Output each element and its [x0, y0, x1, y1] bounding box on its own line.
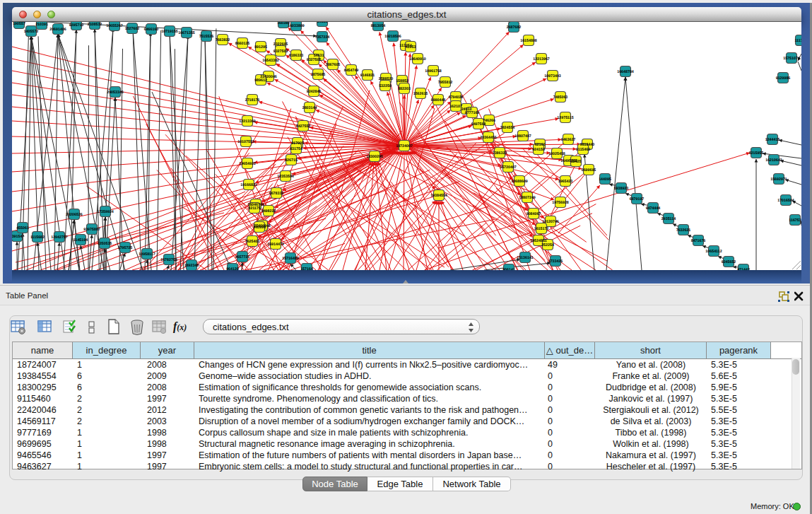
svg-text:7357224: 7357224 [315, 35, 330, 40]
svg-text:9327505: 9327505 [307, 58, 322, 62]
svg-text:18724007: 18724007 [396, 144, 413, 148]
svg-text:62160: 62160 [535, 143, 546, 147]
svg-text:41953: 41953 [406, 45, 416, 49]
svg-text:10688609: 10688609 [511, 180, 528, 184]
svg-text:9129986: 9129986 [776, 76, 791, 81]
svg-text:20691406: 20691406 [49, 28, 66, 32]
svg-text:10961758: 10961758 [425, 69, 442, 74]
svg-text:9498222: 9498222 [261, 209, 276, 214]
svg-text:8186323: 8186323 [289, 54, 304, 58]
svg-text:19756928: 19756928 [552, 201, 569, 205]
svg-text:19384554: 19384554 [430, 194, 447, 198]
svg-text:19218506: 19218506 [384, 35, 401, 39]
svg-text:93975887: 93975887 [83, 228, 100, 232]
svg-text:8427552: 8427552 [296, 124, 311, 129]
svg-text:15720407: 15720407 [500, 165, 517, 170]
svg-text:9463627: 9463627 [561, 138, 576, 142]
svg-text:16648784: 16648784 [617, 70, 634, 74]
svg-text:9242845: 9242845 [307, 90, 322, 94]
svg-text:12975115: 12975115 [557, 116, 573, 120]
svg-text:15751074: 15751074 [783, 57, 800, 61]
svg-text:2588520: 2588520 [379, 77, 394, 81]
svg-text:8660125: 8660125 [235, 42, 250, 46]
svg-text:29053346: 29053346 [107, 90, 124, 95]
svg-text:210391: 210391 [35, 23, 48, 27]
svg-text:989612: 989612 [254, 78, 267, 83]
svg-text:917005: 917005 [291, 141, 304, 146]
svg-text:10719155: 10719155 [161, 30, 178, 34]
svg-text:0699695: 0699695 [582, 168, 596, 173]
svg-text:84130: 84130 [317, 22, 328, 24]
svg-text:2687682: 2687682 [507, 25, 522, 30]
svg-text:1250535: 1250535 [98, 242, 112, 246]
svg-text:9474444: 9474444 [646, 206, 661, 211]
svg-text:12213967: 12213967 [533, 57, 550, 62]
svg-text:9327503: 9327503 [273, 49, 288, 54]
svg-text:1733426: 1733426 [548, 259, 563, 264]
svg-text:8215955: 8215955 [749, 151, 764, 156]
svg-text:1527602: 1527602 [125, 27, 140, 31]
svg-text:1795725: 1795725 [118, 246, 133, 250]
svg-text:18300295: 18300295 [366, 155, 383, 159]
svg-text:80425: 80425 [571, 160, 582, 164]
svg-text:891295: 891295 [254, 45, 267, 49]
svg-text:10025458: 10025458 [548, 152, 565, 156]
svg-text:252254: 252254 [541, 243, 554, 247]
svg-text:15716485: 15716485 [282, 257, 299, 261]
svg-text:7485063: 7485063 [553, 95, 568, 100]
svg-text:162107: 162107 [449, 105, 462, 109]
svg-text:111753: 111753 [794, 39, 801, 43]
svg-text:1405572: 1405572 [24, 30, 39, 34]
svg-text:10107553: 10107553 [237, 140, 254, 144]
svg-text:6497568: 6497568 [471, 122, 486, 127]
svg-text:964120: 964120 [226, 267, 239, 270]
svg-text:20364456: 20364456 [480, 136, 497, 140]
svg-text:9115460: 9115460 [576, 148, 590, 152]
svg-text:17016504: 17016504 [777, 199, 794, 203]
svg-text:455061: 455061 [16, 226, 29, 230]
svg-text:3824554: 3824554 [500, 126, 515, 130]
svg-text:12353594: 12353594 [277, 175, 294, 179]
svg-text:7386322: 7386322 [493, 151, 507, 156]
svg-text:826715: 826715 [285, 158, 298, 163]
svg-text:144095: 144095 [599, 177, 611, 182]
svg-text:9295710: 9295710 [69, 23, 84, 28]
svg-text:16033809: 16033809 [288, 24, 305, 28]
svg-text:18640910: 18640910 [409, 57, 426, 62]
svg-text:9777169: 9777169 [465, 111, 480, 115]
svg-text:6879197: 6879197 [630, 197, 645, 201]
svg-text:8813054: 8813054 [371, 24, 386, 28]
svg-text:806141: 806141 [502, 268, 515, 270]
svg-text:10654112: 10654112 [705, 250, 722, 254]
svg-text:10807487: 10807487 [514, 134, 531, 139]
svg-text:882203: 882203 [398, 87, 411, 91]
svg-text:15692971: 15692971 [770, 177, 787, 182]
svg-text:10120746: 10120746 [542, 220, 559, 224]
svg-text:16782759: 16782759 [160, 258, 177, 262]
svg-text:157164: 157164 [300, 267, 313, 270]
svg-text:421175: 421175 [248, 206, 260, 211]
svg-text:12942757: 12942757 [51, 235, 68, 240]
svg-text:2718176: 2718176 [245, 98, 260, 103]
svg-text:7515526: 7515526 [199, 35, 214, 39]
svg-text:19654923: 19654923 [239, 162, 256, 166]
svg-text:924150: 924150 [532, 148, 545, 152]
svg-text:16543382: 16543382 [262, 59, 279, 63]
svg-text:2803144: 2803144 [302, 106, 317, 110]
svg-text:5938923: 5938923 [614, 187, 629, 191]
svg-text:8454749: 8454749 [344, 69, 359, 73]
svg-text:17359924: 17359924 [97, 210, 114, 214]
svg-text:1892348: 1892348 [184, 264, 199, 268]
svg-text:16154808: 16154808 [520, 39, 537, 43]
svg-text:1615172: 1615172 [534, 227, 549, 231]
svg-text:9245652: 9245652 [722, 260, 736, 264]
svg-text:8990448: 8990448 [431, 98, 446, 103]
svg-text:8471676: 8471676 [691, 239, 706, 243]
svg-text:16210643: 16210643 [765, 158, 782, 163]
svg-text:2108532: 2108532 [88, 23, 102, 27]
svg-text:1562615: 1562615 [413, 92, 428, 96]
svg-text:9657721: 9657721 [235, 255, 250, 259]
svg-text:2867605: 2867605 [326, 63, 341, 67]
svg-text:39154: 39154 [12, 235, 22, 239]
svg-text:2322605: 2322605 [273, 42, 288, 47]
